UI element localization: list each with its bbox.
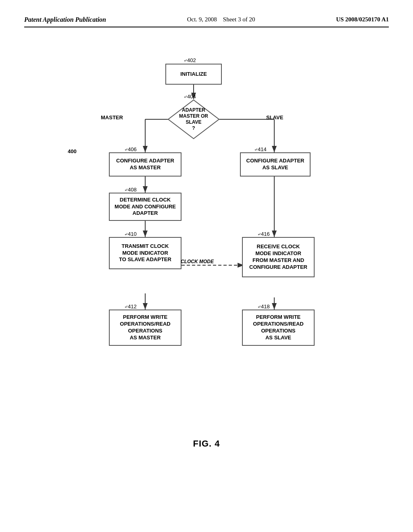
- configure-slave-label: CONFIGURE ADAPTER AS SLAVE: [246, 158, 305, 171]
- ref-402: ⤶402: [184, 57, 196, 63]
- ref-404: ⤶404: [184, 94, 196, 100]
- configure-master-box: CONFIGURE ADAPTER AS MASTER: [109, 152, 181, 177]
- decision-line3: SLAVE: [186, 119, 201, 125]
- ref-408: ⤶408: [124, 187, 137, 193]
- determine-clock-label: DETERMINE CLOCK MODE AND CONFIGURE ADAPT…: [115, 197, 176, 217]
- ref-414: ⤶414: [254, 146, 267, 152]
- slave-branch-label: SLAVE: [266, 114, 283, 121]
- publication-label: Patent Application Publication: [24, 16, 106, 23]
- perform-write-master-label: PERFORM WRITE OPERATIONS/READ OPERATIONS…: [120, 314, 170, 341]
- patent-number: US 2008/0250170 A1: [336, 16, 389, 23]
- ref-410: ⤶410: [124, 231, 137, 237]
- perform-write-slave-box: PERFORM WRITE OPERATIONS/READ OPERATIONS…: [242, 310, 315, 346]
- determine-clock-box: DETERMINE CLOCK MODE AND CONFIGURE ADAPT…: [109, 193, 181, 221]
- header-center: Oct. 9, 2008 Sheet 3 of 20: [187, 16, 255, 23]
- transmit-clock-label: TRANSMIT CLOCK MODE INDICATOR TO SLAVE A…: [119, 243, 171, 264]
- ref-418: ⤶418: [257, 303, 270, 310]
- clock-mode-label: CLOCK MODE: [181, 259, 214, 264]
- master-branch-label: MASTER: [101, 114, 123, 121]
- decision-line2: MASTER OR: [179, 113, 208, 119]
- transmit-clock-box: TRANSMIT CLOCK MODE INDICATOR TO SLAVE A…: [109, 237, 181, 269]
- ref-400-label: 400: [68, 148, 77, 154]
- receive-clock-box: RECEIVE CLOCK MODE INDICATOR FROM MASTER…: [242, 237, 315, 277]
- ref-406: ⤶406: [124, 146, 137, 152]
- receive-clock-label: RECEIVE CLOCK MODE INDICATOR FROM MASTER…: [249, 243, 307, 271]
- figure-caption: FIG. 4: [24, 438, 389, 449]
- decision-diamond-container: ADAPTER MASTER OR SLAVE ?: [167, 99, 220, 139]
- configure-slave-box: CONFIGURE ADAPTER AS SLAVE: [240, 152, 311, 177]
- initialize-box: INITIALIZE: [165, 64, 222, 85]
- configure-master-label: CONFIGURE ADAPTER AS MASTER: [116, 158, 174, 171]
- ref-416: ⤶416: [257, 231, 270, 237]
- perform-write-slave-label: PERFORM WRITE OPERATIONS/READ OPERATIONS…: [253, 314, 303, 341]
- initialize-label: INITIALIZE: [180, 71, 207, 78]
- header: Patent Application Publication Oct. 9, 2…: [24, 16, 389, 27]
- date-label: Oct. 9, 2008: [187, 16, 217, 23]
- sheet-label: Sheet 3 of 20: [223, 16, 255, 23]
- decision-line1: ADAPTER: [182, 107, 205, 113]
- page: Patent Application Publication Oct. 9, 2…: [0, 0, 413, 532]
- arrows-svg: [24, 39, 389, 426]
- perform-write-master-box: PERFORM WRITE OPERATIONS/READ OPERATIONS…: [109, 310, 181, 346]
- diagram-area: 400 INITIALIZE ⤶402 ADAPTER MASTER OR SL…: [24, 39, 389, 426]
- ref-412: ⤶412: [124, 303, 137, 310]
- decision-line4: ?: [192, 125, 195, 131]
